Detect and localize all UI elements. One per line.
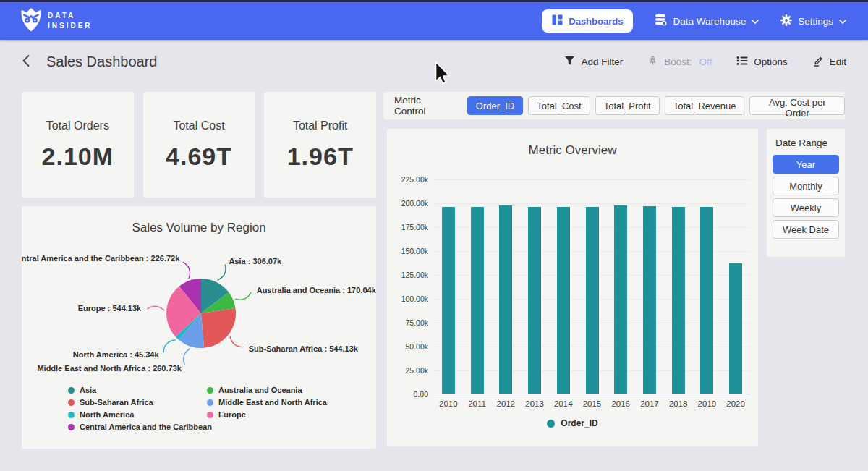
legend-label: Central America and the Caribbean — [80, 423, 212, 431]
legend-label: Sub-Saharan Africa — [80, 398, 153, 407]
bar-2017[interactable] — [643, 206, 656, 394]
kpi-label: Total Orders — [46, 119, 109, 132]
pie-leader-line — [230, 336, 244, 347]
bar-2020[interactable] — [729, 263, 742, 394]
kpi-label: Total Profit — [293, 119, 348, 132]
nav-data-warehouse[interactable]: Data Warehouse — [655, 14, 759, 28]
pie-legend-column-1: AsiaSub-Saharan AfricaNorth AmericaCentr… — [68, 386, 212, 431]
kpi-value: 2.10M — [42, 143, 114, 171]
legend-dot — [68, 424, 75, 430]
gridline — [434, 203, 750, 204]
pie-label-north-america: North America : 45.34k — [73, 350, 160, 359]
metric-control-label: Metric Control — [394, 95, 454, 116]
pie-legend-item-central-america-and-the-caribbean[interactable]: Central America and the Caribbean — [68, 423, 212, 431]
bar-2018[interactable] — [672, 207, 685, 394]
bar-2016[interactable] — [614, 205, 627, 394]
dashboard-grid-icon — [552, 14, 563, 27]
legend-label: Middle East and North Africa — [218, 398, 327, 407]
add-filter-button[interactable]: Add Filter — [560, 55, 627, 69]
metric-overview-card: Metric Overview 225.00k200.00k175.00k150… — [387, 129, 758, 446]
boost-value: Off — [699, 56, 712, 67]
y-axis-tick: 100.00k — [389, 294, 428, 303]
pie-legend-item-north-america[interactable]: North America — [68, 410, 212, 419]
gridline — [434, 179, 750, 180]
chevron-down-icon — [752, 16, 759, 27]
pie-leader-line — [218, 265, 226, 281]
bar-2014[interactable] — [557, 207, 570, 394]
header-actions: Add Filter Boost:Off — [560, 54, 851, 69]
list-icon — [736, 56, 748, 68]
funnel-icon — [564, 56, 575, 68]
chevron-down-icon — [839, 16, 846, 27]
bar-2019[interactable] — [700, 207, 713, 394]
navbar: DATA INSIDER Dashboards — [0, 2, 868, 40]
date-range-card: Date Range YearMonthlyWeeklyWeek Date — [767, 129, 845, 257]
bar-2015[interactable] — [586, 207, 599, 394]
pie-legend-item-sub-saharan-africa[interactable]: Sub-Saharan Africa — [68, 398, 212, 407]
x-axis-label: 2018 — [664, 399, 693, 408]
kpi-card-total-cost: Total Cost4.69T — [143, 92, 255, 198]
y-axis-tick: 75.00k — [389, 318, 428, 327]
pie-legend-item-middle-east-and-north-africa[interactable]: Middle East and North Africa — [207, 398, 327, 407]
bar-legend-item[interactable]: Order_ID — [387, 418, 758, 428]
bar-xaxis-labels: 2010201120122013201420152016201720182019… — [434, 399, 750, 410]
nav-settings[interactable]: Settings — [780, 14, 846, 28]
boost-toggle[interactable]: Boost:Off — [643, 54, 716, 69]
edit-button[interactable]: Edit — [808, 54, 851, 69]
x-axis-label: 2013 — [520, 399, 549, 408]
metric-option-avg-cost-per-order[interactable]: Avg. Cost per Order — [749, 96, 845, 115]
gear-icon — [780, 14, 792, 28]
page-title: Sales Dashboard — [46, 54, 157, 70]
pie-chart-title: Sales Volume by Region — [22, 221, 376, 235]
y-axis-tick: 50.00k — [389, 342, 428, 351]
date-option-monthly[interactable]: Monthly — [773, 177, 839, 195]
kpi-value: 1.96T — [287, 143, 354, 171]
bar-2010[interactable] — [442, 207, 455, 394]
y-axis-tick: 175.00k — [389, 223, 428, 232]
pie-legend-column-2: Australia and OceaniaMiddle East and Nor… — [207, 386, 327, 419]
pie-leader-line — [235, 292, 251, 300]
options-button[interactable]: Options — [732, 55, 792, 69]
pie-leader-line — [147, 306, 164, 310]
legend-dot — [68, 399, 75, 406]
pie-legend-item-australia-and-oceania[interactable]: Australia and Oceania — [207, 386, 327, 394]
nav-dashboards-button[interactable]: Dashboards — [542, 9, 633, 33]
x-axis-label: 2020 — [721, 399, 750, 408]
logo-text: DATA INSIDER — [48, 11, 93, 31]
bar-2013[interactable] — [528, 207, 541, 394]
pie-label-asia: Asia : 306.07k — [229, 257, 282, 266]
legend-label: Asia — [80, 386, 96, 394]
date-option-weekly[interactable]: Weekly — [773, 198, 839, 217]
sales-volume-card: Sales Volume by Region Asia : 306.07kAus… — [22, 206, 376, 449]
logo[interactable]: DATA INSIDER — [20, 7, 93, 35]
date-option-week-date[interactable]: Week Date — [773, 220, 839, 239]
pie-slice-sub-saharan-africa[interactable] — [201, 308, 236, 348]
date-range-options: YearMonthlyWeeklyWeek Date — [773, 155, 839, 239]
pie-legend-item-europe[interactable]: Europe — [207, 410, 327, 419]
owl-icon — [20, 7, 42, 35]
x-axis-label: 2010 — [434, 399, 463, 408]
pie-legend-item-asia[interactable]: Asia — [68, 386, 212, 394]
date-option-year[interactable]: Year — [773, 155, 839, 174]
pie-label-central-america-and-the-caribbean: Central America and the Caribbean : 226.… — [22, 254, 180, 263]
metric-option-total-cost[interactable]: Total_Cost — [528, 96, 590, 115]
metric-option-total-profit[interactable]: Total_Profit — [595, 96, 660, 115]
metric-option-total-revenue[interactable]: Total_Revenue — [665, 96, 745, 115]
back-button[interactable] — [22, 54, 30, 69]
y-axis-tick: 200.00k — [389, 199, 428, 208]
x-axis-label: 2015 — [578, 399, 607, 408]
bar-2011[interactable] — [471, 207, 484, 394]
legend-dot — [207, 387, 213, 394]
x-axis-label: 2019 — [693, 399, 722, 408]
bar-plot: 225.00k200.00k175.00k150.00k125.00k100.0… — [434, 179, 750, 394]
bar-2012[interactable] — [499, 205, 512, 394]
kpi-label: Total Cost — [173, 119, 224, 132]
x-axis-label: 2016 — [606, 399, 635, 408]
metric-option-order-id[interactable]: Order_ID — [467, 96, 523, 115]
metric-options: Order_IDTotal_CostTotal_ProfitTotal_Reve… — [467, 96, 845, 115]
metric-control-strip: Metric Control Order_IDTotal_CostTotal_P… — [383, 92, 845, 119]
legend-dot — [207, 399, 213, 406]
legend-label: North America — [80, 410, 134, 419]
pie-label-middle-east-and-north-africa: Middle East and North Africa : 260.73k — [37, 364, 182, 373]
x-axis-label: 2012 — [491, 399, 520, 408]
